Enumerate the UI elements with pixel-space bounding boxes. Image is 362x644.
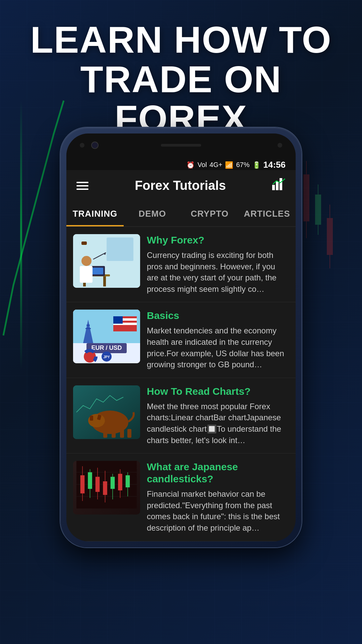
phone-camera-right — [278, 143, 282, 148]
hero-section: LEARN HOW TO TRADE ON FOREX — [0, 20, 362, 139]
article-item-why-forex[interactable]: Why Forex? Currency trading is exciting … — [66, 227, 296, 302]
tab-crypto-label: CRYPTO — [191, 209, 229, 219]
navigation-tabs: TRAINING DEMO CRYPTO ARTICLES — [66, 201, 296, 227]
hamburger-menu-button[interactable] — [76, 182, 88, 190]
signal-bars-icon: 📶 — [225, 161, 233, 169]
article-content-basics: Basics Market tendencies and the economy… — [147, 310, 289, 370]
tab-training-label: TRAINING — [73, 209, 118, 219]
svg-point-47 — [84, 351, 96, 363]
svg-rect-66 — [88, 472, 92, 489]
speaker-bar — [161, 144, 201, 147]
svg-rect-74 — [118, 474, 122, 491]
phone-hardware-top — [66, 133, 296, 157]
hero-title: LEARN HOW TO TRADE ON FOREX — [20, 20, 342, 139]
tab-articles[interactable]: ARTICLES — [238, 201, 296, 226]
tab-crypto[interactable]: CRYPTO — [181, 201, 238, 226]
svg-rect-15 — [327, 218, 333, 255]
article-excerpt-basics: Market tendencies and the economy health… — [147, 325, 289, 370]
battery-icon: 🔋 — [252, 161, 261, 169]
sensor-dot — [278, 143, 282, 148]
svg-rect-70 — [103, 481, 107, 495]
chart-stats-icon[interactable] — [272, 178, 286, 193]
svg-rect-58 — [127, 429, 131, 438]
menu-line-1 — [76, 182, 88, 183]
svg-rect-18 — [272, 185, 275, 190]
svg-rect-56 — [112, 428, 116, 438]
status-icons: ⏰ Vol 4G+ 📶 67% 🔋 14:56 — [186, 160, 286, 170]
svg-rect-68 — [96, 477, 100, 492]
article-thumbnail-basics: EUR / USD JPY — [73, 310, 140, 363]
article-title-why-forex: Why Forex? — [147, 234, 289, 246]
svg-rect-23 — [107, 241, 133, 261]
article-excerpt-charts: Meet the three most popular Forex charts… — [147, 401, 289, 446]
menu-line-3 — [76, 189, 88, 190]
article-excerpt-candlesticks: Financial market behavior can be predict… — [147, 488, 289, 533]
menu-line-2 — [76, 185, 88, 186]
article-content-candlesticks: What are Japanese candlesticks? Financia… — [147, 461, 289, 533]
article-item-charts[interactable]: How To Read Charts? Meet the three most … — [66, 378, 296, 453]
svg-rect-43 — [113, 316, 123, 324]
status-time: 14:56 — [263, 160, 286, 170]
svg-rect-17 — [329, 255, 330, 268]
alarm-icon: ⏰ — [186, 161, 195, 169]
svg-rect-39 — [86, 325, 90, 326]
svg-rect-12 — [315, 195, 321, 225]
tab-demo[interactable]: DEMO — [124, 201, 181, 226]
article-title-charts: How To Read Charts? — [147, 385, 289, 397]
svg-text:JPY: JPY — [104, 355, 110, 359]
article-thumbnail-why-forex — [73, 234, 140, 288]
svg-rect-55 — [103, 428, 107, 438]
svg-text:EUR / USD: EUR / USD — [91, 344, 122, 351]
article-thumbnail-candlesticks — [73, 461, 140, 515]
tab-training[interactable]: TRAINING — [66, 201, 124, 226]
svg-rect-29 — [92, 268, 103, 274]
svg-rect-32 — [80, 266, 93, 283]
svg-rect-16 — [329, 205, 330, 218]
battery-percent: 67% — [236, 161, 249, 169]
svg-rect-9 — [303, 174, 309, 221]
app-title: Forex Tutorials — [135, 178, 226, 193]
svg-point-30 — [81, 256, 92, 266]
svg-rect-11 — [306, 221, 307, 238]
svg-rect-76 — [126, 475, 130, 487]
article-item-basics[interactable]: EUR / USD JPY Basics Market tendencies a… — [66, 302, 296, 378]
svg-rect-53 — [90, 416, 93, 421]
article-content-why-forex: Why Forex? Currency trading is exciting … — [147, 234, 289, 294]
vol-indicator: Vol — [197, 161, 207, 169]
svg-rect-20 — [280, 178, 282, 190]
svg-rect-27 — [103, 276, 106, 286]
article-content-charts: How To Read Charts? Meet the three most … — [147, 385, 289, 446]
svg-rect-13 — [318, 184, 318, 195]
svg-rect-57 — [120, 429, 124, 438]
svg-rect-72 — [111, 477, 115, 489]
article-title-basics: Basics — [147, 310, 289, 322]
article-thumbnail-charts — [73, 385, 140, 439]
articles-list: Why Forex? Currency trading is exciting … — [66, 227, 296, 541]
article-excerpt-why-forex: Currency trading is exciting for both pr… — [147, 250, 289, 294]
svg-rect-19 — [276, 181, 279, 190]
network-indicator: 4G+ — [209, 161, 222, 169]
tab-demo-label: DEMO — [139, 209, 166, 219]
app-header: Forex Tutorials — [66, 170, 296, 201]
svg-rect-14 — [318, 225, 318, 235]
camera-dot — [80, 143, 84, 148]
camera-main — [91, 142, 99, 149]
article-title-candlesticks: What are Japanese candlesticks? — [147, 461, 289, 485]
hero-title-line1: LEARN HOW TO — [30, 19, 331, 61]
svg-rect-10 — [306, 161, 307, 174]
svg-rect-31 — [81, 241, 87, 245]
svg-rect-38 — [85, 328, 91, 329]
phone-screen: ⏰ Vol 4G+ 📶 67% 🔋 14:56 Forex Tutorials — [66, 133, 296, 541]
tab-articles-label: ARTICLES — [244, 209, 290, 219]
svg-rect-64 — [80, 475, 85, 493]
phone-camera-left — [80, 142, 99, 149]
article-item-candlesticks[interactable]: What are Japanese candlesticks? Financia… — [66, 453, 296, 541]
phone-mockup: ⏰ Vol 4G+ 📶 67% 🔋 14:56 Forex Tutorials — [60, 127, 302, 547]
phone-outer-frame: ⏰ Vol 4G+ 📶 67% 🔋 14:56 Forex Tutorials — [60, 127, 302, 547]
status-bar: ⏰ Vol 4G+ 📶 67% 🔋 14:56 — [66, 157, 296, 170]
